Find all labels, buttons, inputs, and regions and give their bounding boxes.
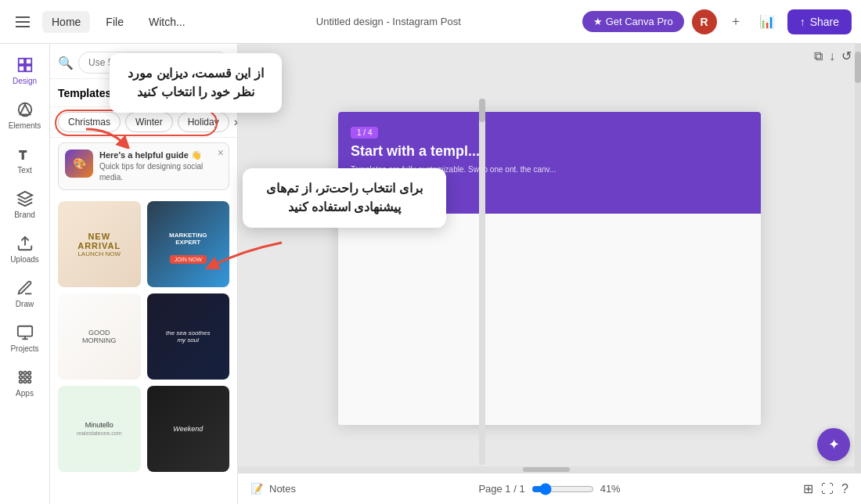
file-button[interactable]: File [96,11,133,33]
sidebar-item-apps[interactable]: Apps [3,362,47,404]
bottom-scroll-thumb [523,467,570,472]
sidebar-item-uploads[interactable]: Uploads [3,229,47,270]
template-card-1[interactable]: NEW ARRIVAL LAUNCH NOW [58,201,141,287]
sidebar-item-brand[interactable]: Brand [3,184,47,225]
tpl6-label: Weekend [173,425,203,433]
filter-holiday[interactable]: Holiday [178,112,229,132]
sidebar-design-label: Design [13,77,37,85]
home-button[interactable]: Home [42,11,90,33]
get-canva-pro-button[interactable]: ★ Get Canva Pro [582,11,684,32]
svg-point-14 [19,376,22,379]
witch-button[interactable]: Witch... [139,11,195,33]
helpful-guide-icon: 🎨 [65,149,93,178]
svg-point-17 [19,380,22,383]
svg-rect-1 [25,59,31,64]
top-nav: Home File Witch... Untitled design - Ins… [0,0,861,44]
sidebar-item-draw[interactable]: Draw [3,273,47,315]
tpl4-label: the sea soothesmy soul [166,329,210,344]
sidebar-item-projects[interactable]: Projects [3,318,47,359]
share-button[interactable]: ↑ Share [787,9,852,34]
sidebar-draw-label: Draw [16,300,34,308]
template-card-5[interactable]: Minutellorealestateone.com [58,386,141,472]
svg-point-15 [23,376,27,379]
svg-text:T: T [19,149,26,161]
template-card-6[interactable]: Weekend [147,386,230,472]
canvas-toolbar: ⧉ ↓ ↺ [238,44,861,68]
sidebar-uploads-label: Uploads [10,255,39,264]
template-preview: 1 / 4 Start with a templ... Templates ar… [338,112,761,425]
red-arrow-1 [78,125,141,149]
bottom-scroll [238,466,855,473]
sidebar-apps-label: Apps [16,389,34,398]
canvas-download-icon[interactable]: ↓ [829,49,835,63]
sidebar-projects-label: Projects [10,344,38,353]
sidebar-brand-label: Brand [14,211,35,219]
helpful-guide-close-button[interactable]: × [218,146,224,159]
page-indicator: Page 1 / 1 [478,483,524,495]
help-icon[interactable]: ? [841,482,848,496]
notes-label[interactable]: Notes [269,483,296,495]
templates-tab-label: Templates [58,87,111,99]
zoom-level: 41% [600,483,621,495]
svg-rect-8 [17,326,31,337]
zoom-slider[interactable] [531,483,594,495]
sidebar-elements-label: Elements [9,121,41,130]
right-scrollbar-thumb[interactable] [855,52,861,83]
avatar[interactable]: R [692,9,717,34]
sidebar-item-design[interactable]: Design [3,50,47,92]
sidebar-item-text[interactable]: T Text [3,139,47,181]
svg-point-12 [23,372,27,375]
template-card-3[interactable]: GOODMORNING [58,293,141,380]
svg-rect-0 [18,59,23,64]
svg-point-16 [27,376,31,379]
svg-point-11 [19,372,22,375]
add-user-icon[interactable]: ＋ [725,10,747,33]
canvas-duplicate-icon[interactable]: ⧉ [814,49,823,63]
main-canvas[interactable]: 1 / 4 Start with a templ... Templates ar… [338,112,761,425]
svg-point-18 [23,380,27,383]
ai-assistant-icon: ✦ [828,436,840,453]
sidebar-item-elements[interactable]: Elements [3,95,47,136]
svg-point-19 [27,380,31,383]
canvas-wrapper: 1 / 4 Start with a templ... Templates ar… [238,68,861,469]
annotation-bubble-1: از این قسمت، دیزاین مورد نظر خود را انتخ… [110,53,282,113]
helpful-guide-subtitle: Quick tips for designing social media. [99,161,222,183]
canvas-title: Start with a templ... [351,143,748,160]
canvas-area: ⧉ ↓ ↺ 1 / 4 Start with a templ... Templa… [238,44,861,504]
svg-rect-2 [18,66,23,71]
svg-point-13 [27,372,31,375]
svg-rect-3 [25,66,31,71]
helpful-guide-banner: 🎨 Here's a helpful guide 👋 Quick tips fo… [58,142,229,190]
sidebar-text-label: Text [17,166,31,175]
templates-panel: 🔍 Templates ⚙ Christmas Winter Holiday ›… [50,44,238,504]
status-bar: 📝 Notes Page 1 / 1 41% ⊞ ⛶ ? [238,473,861,504]
left-scroll-indicator [479,99,485,465]
ai-assistant-button[interactable]: ✦ [817,428,850,461]
chart-icon[interactable]: 📊 [755,11,780,32]
red-arrow-2 [196,235,290,274]
svg-marker-5 [20,105,30,115]
helpful-guide-title: Here's a helpful guide 👋 [99,149,222,161]
grid-view-icon[interactable]: ⊞ [803,481,813,496]
document-title: Untitled design - Instagram Post [316,16,461,27]
left-sidebar: Design Elements T Text Brand Uploads Dra… [0,44,50,504]
left-scroll-thumb[interactable] [479,99,485,122]
hamburger-menu[interactable] [9,10,36,34]
search-icon: 🔍 [58,56,74,70]
share-icon: ↑ [800,16,805,28]
right-scrollbar[interactable] [855,44,861,473]
tpl1-label: NEW ARRIVAL [66,232,133,250]
canvas-refresh-icon[interactable]: ↺ [841,49,852,63]
canvas-white-section [338,214,761,425]
tpl5-label: Minutellorealestateone.com [77,421,122,437]
tpl1-sub: LAUNCH NOW [66,250,133,257]
template-card-4[interactable]: the sea soothesmy soul [147,293,230,380]
fullscreen-icon[interactable]: ⛶ [821,482,834,496]
notes-icon: 📝 [250,483,263,495]
canvas-badge: 1 / 4 [351,127,378,139]
annotation-bubble-2: برای انتخاب راحت‌تر، از تم‌های پیشنهادی … [243,168,446,228]
tpl3-label: GOODMORNING [82,329,117,344]
